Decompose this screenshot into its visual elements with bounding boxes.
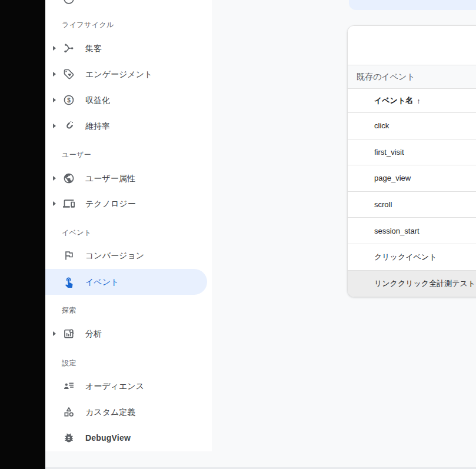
- column-header-label: イベント名: [374, 95, 413, 106]
- sidebar-item-label: コンバージョン: [85, 242, 144, 268]
- event-row-first-visit[interactable]: first_visit: [348, 139, 476, 166]
- sidebar-item-debugview[interactable]: DebugView: [45, 425, 207, 451]
- sidebar-item-retention[interactable]: 維持率: [45, 113, 207, 139]
- section-label-config: 設定: [62, 358, 76, 368]
- section-label-user: ユーザー: [62, 150, 91, 159]
- sort-ascending-icon[interactable]: ↑: [417, 97, 421, 105]
- sidebar-item-acquisition[interactable]: 集客: [45, 35, 207, 61]
- table-section-title: 既存のイベント: [348, 65, 476, 89]
- bug-icon: [63, 432, 75, 444]
- sidebar-item-monetization[interactable]: $ 収益化: [45, 87, 207, 113]
- sidebar-item-events[interactable]: イベント: [45, 269, 207, 295]
- info-banner-bottom-strip: [349, 0, 476, 10]
- sidebar-item-label: エンゲージメント: [85, 61, 152, 87]
- sidebar-item-analysis[interactable]: 分析: [45, 321, 207, 347]
- table-toolbar: [348, 26, 476, 65]
- engagement-tag-icon: [63, 68, 75, 80]
- sidebar-item-label: 集客: [85, 35, 102, 61]
- section-label-explore: 探索: [62, 305, 76, 315]
- sidebar-item-label: カスタム定義: [85, 399, 135, 425]
- event-row-click[interactable]: click: [348, 113, 476, 139]
- column-header-event-name[interactable]: イベント名 ↑: [348, 89, 476, 113]
- sidebar-item-label: DebugView: [85, 425, 131, 451]
- clock-icon: [63, 0, 75, 5]
- section-label-lifecycle: ライフサイクル: [62, 20, 114, 29]
- section-label-events: イベント: [62, 228, 92, 237]
- flag-icon: [63, 250, 75, 261]
- touch-app-icon: [63, 276, 75, 288]
- acquisition-icon: [63, 42, 75, 54]
- devices-icon: [63, 198, 75, 209]
- sidebar-item-label: 収益化: [85, 87, 110, 113]
- sidebar-item-label: テクノロジー: [85, 191, 136, 217]
- sidebar-item-audiences[interactable]: オーディエンス: [45, 373, 207, 399]
- sidebar-item-technology[interactable]: テクノロジー: [45, 191, 207, 217]
- sidebar-item-label: ユーザー属性: [85, 165, 135, 191]
- sidebar-item-conversions[interactable]: コンバージョン: [45, 242, 207, 268]
- left-black-region: [0, 0, 45, 469]
- page: ライフサイクル 集客: [0, 0, 476, 469]
- sidebar-item-user-attributes[interactable]: ユーザー属性: [45, 165, 207, 191]
- chart-search-icon: [63, 328, 75, 340]
- retention-magnet-icon: [63, 120, 75, 132]
- chevron-right-icon[interactable]: [53, 201, 56, 206]
- event-row-scroll[interactable]: scroll: [348, 192, 476, 218]
- event-row-session-start[interactable]: session_start: [348, 218, 476, 244]
- chevron-right-icon[interactable]: [53, 46, 56, 51]
- audience-icon: [63, 380, 75, 392]
- chevron-right-icon[interactable]: [53, 331, 56, 336]
- sidebar-item-label: イベント: [85, 269, 119, 295]
- sidebar-item-label: 分析: [85, 321, 102, 347]
- event-row-click-event[interactable]: クリックイベント: [348, 244, 476, 271]
- chevron-right-icon[interactable]: [53, 124, 56, 128]
- existing-events-card: 既存のイベント イベント名 ↑ click first_visit page_v…: [347, 25, 476, 297]
- report-nav-sidebar: ライフサイクル 集客: [45, 0, 212, 451]
- sidebar-item-label: 維持率: [85, 113, 110, 139]
- chevron-right-icon[interactable]: [53, 72, 56, 76]
- chevron-right-icon[interactable]: [53, 176, 56, 181]
- event-row-link-click-test[interactable]: リンククリック全計測テスト: [348, 271, 476, 297]
- sidebar-item-custom-definitions[interactable]: カスタム定義: [45, 399, 207, 425]
- globe-icon: [63, 172, 75, 184]
- monetization-icon: $: [63, 94, 75, 106]
- sidebar-item-label: オーディエンス: [85, 373, 144, 399]
- event-row-page-view[interactable]: page_view: [348, 165, 476, 192]
- shapes-icon: [63, 406, 75, 418]
- svg-text:$: $: [67, 97, 71, 104]
- sidebar-item-engagement[interactable]: エンゲージメント: [45, 61, 207, 87]
- chevron-right-icon[interactable]: [53, 98, 56, 102]
